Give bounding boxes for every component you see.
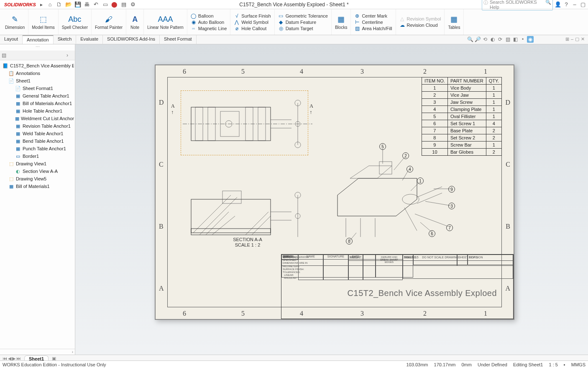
bom-row[interactable]: 2Vice Jaw1	[422, 92, 501, 99]
menu-arrow-icon[interactable]: ▸	[40, 2, 43, 8]
home-icon[interactable]: ⌂	[47, 1, 54, 8]
save-icon[interactable]: 💾	[74, 1, 81, 8]
area-hatch-button[interactable]: ▨Area Hatch/Fill	[354, 26, 392, 31]
viewport-icon[interactable]: ◉	[527, 36, 534, 43]
geotol-button[interactable]: ▭Geometric Tolerance	[278, 13, 328, 19]
bom-row[interactable]: 3Jaw Screw1	[422, 99, 501, 106]
bom-row[interactable]: 8Set Screw 22	[422, 134, 501, 142]
model-items-button[interactable]: ⬚ Model Items	[28, 9, 58, 35]
win-close-icon[interactable]: ✕	[581, 36, 585, 42]
hole-callout-button[interactable]: ⌀Hole Callout	[234, 26, 271, 31]
weld-symbol-button[interactable]: ⋀Weld Symbol	[234, 19, 271, 25]
balloon[interactable]: 9	[448, 186, 455, 193]
panel-scrollbar[interactable]: ›	[0, 349, 75, 355]
win-split-icon[interactable]: ⊞	[565, 36, 569, 42]
undo-icon[interactable]: ↶	[93, 1, 100, 8]
open-icon[interactable]: 📂	[65, 1, 72, 8]
tab-sketch[interactable]: Sketch	[54, 35, 77, 44]
tree-root[interactable]: 📘C15T2_Bench Vice Assembly Expl	[1, 62, 74, 69]
tree-node[interactable]: ▦Hole Table Anchor1	[1, 107, 74, 115]
bom-row[interactable]: 7Base Plate2	[422, 127, 501, 134]
section-icon[interactable]: ◐	[489, 36, 496, 43]
status-units[interactable]: MMGS	[571, 362, 585, 367]
revision-cloud-button[interactable]: ☁Revision Cloud	[399, 22, 441, 28]
tree-node[interactable]: 📄Sheet Format1	[1, 85, 74, 92]
tree-node[interactable]: ▦Punch Table Anchor1	[1, 145, 74, 152]
tables-button[interactable]: ▦ Tables	[445, 9, 464, 35]
bom-table[interactable]: ITEM NO.PART NUMBERQTY. 1Vice Body12Vice…	[422, 77, 502, 156]
bom-row[interactable]: 5Oval Fillister1	[422, 113, 501, 120]
bom-row[interactable]: 10Bar Globes2	[422, 149, 501, 156]
panel-expand-icon[interactable]: ›	[66, 52, 73, 59]
minimize-icon[interactable]: –	[571, 1, 578, 8]
balloon[interactable]: 7	[446, 224, 453, 231]
tree-node[interactable]: ▦Bill of Materials Anchor1	[1, 100, 74, 107]
bom-row[interactable]: 6Set Screw 14	[422, 120, 501, 127]
print-icon[interactable]: 🖶	[84, 1, 90, 8]
tree-node[interactable]: ▦Revision Table Anchor1	[1, 122, 74, 130]
drawing-view-5[interactable]: 5 2 4 1 3 9 7 6 8	[321, 141, 455, 245]
drawing-sheet[interactable]: 6 5 4 3 2 1 6 5 4 3 2 1 D C B A D C B A	[155, 64, 514, 320]
tree-node[interactable]: 📋Annotations	[1, 69, 74, 77]
list-icon[interactable]: ▤	[120, 1, 127, 8]
balloon[interactable]: 4	[406, 166, 413, 172]
display-icon[interactable]: ⟳	[497, 36, 504, 43]
user-icon[interactable]: 👤	[555, 1, 561, 8]
bom-row[interactable]: 4Clamping Plate1	[422, 106, 501, 113]
linear-note-pattern-button[interactable]: AAA Linear Note Pattern	[144, 9, 187, 35]
title-block[interactable]: UNLESS OTHERWISE SPECIFIED: DIMENSIONS A…	[281, 254, 514, 319]
tree-node[interactable]: ▭Border1	[1, 152, 74, 160]
gear-icon[interactable]: ⚙	[130, 1, 136, 8]
tree-node[interactable]: ▦General Table Anchor1	[1, 92, 74, 100]
feature-tree[interactable]: 📘C15T2_Bench Vice Assembly Expl 📋Annotat…	[0, 60, 75, 349]
prev-view-icon[interactable]: ⟲	[482, 36, 488, 43]
balloon-button[interactable]: ◯Balloon	[191, 13, 227, 19]
balloon[interactable]: 2	[402, 152, 409, 159]
center-mark-button[interactable]: ⊕Center Mark	[354, 13, 392, 19]
balloon[interactable]: 5	[379, 143, 386, 150]
blocks-button[interactable]: ▦ Blocks	[332, 9, 351, 35]
tree-node[interactable]: ⬚Drawing View1	[1, 160, 74, 167]
format-painter-button[interactable]: 🖌 Format Painter	[92, 9, 126, 35]
hide-icon[interactable]: ▧	[504, 36, 511, 43]
status-lock-icon[interactable]: ▪	[564, 362, 565, 367]
bom-row[interactable]: 9Screw Bar1	[422, 142, 501, 149]
apply-scene-icon[interactable]: ◧	[512, 36, 519, 43]
zoom-fit-icon[interactable]: 🔍	[467, 36, 473, 43]
datum-feature-button[interactable]: ◆Datum Feature	[278, 19, 328, 25]
spell-checker-button[interactable]: Abc Spell Checker	[59, 9, 92, 35]
select-icon[interactable]: ▭	[102, 1, 109, 8]
tab-addins[interactable]: SOLIDWORKS Add-Ins	[103, 35, 160, 44]
centerline-button[interactable]: ⊢Centerline	[354, 19, 392, 25]
balloon[interactable]: 1	[417, 178, 424, 184]
new-doc-icon[interactable]: 🗋	[56, 1, 63, 8]
auto-balloon-button[interactable]: ◉Auto Balloon	[191, 19, 227, 25]
datum-target-button[interactable]: ◎Datum Target	[278, 26, 328, 31]
balloon[interactable]: 6	[429, 230, 435, 237]
panel-collapse[interactable]: ⋯	[0, 44, 75, 51]
rev-symbol-button[interactable]: △Revision Symbol	[399, 16, 441, 22]
zoom-area-icon[interactable]: 🔎	[474, 36, 481, 43]
smart-dimension-button[interactable]: ✎ Dimension	[2, 9, 28, 35]
tree-node[interactable]: ▦Weld Table Anchor1	[1, 130, 74, 137]
balloon[interactable]: 8	[346, 238, 353, 244]
help-icon[interactable]: ?	[563, 1, 570, 8]
tab-annotation[interactable]: Annotation	[23, 35, 54, 44]
tree-node[interactable]: 📄Sheet1	[1, 77, 74, 85]
surface-finish-button[interactable]: √Surface Finish	[234, 13, 271, 19]
drawing-view-1[interactable]: A↑ A↑	[183, 95, 312, 153]
rebuild-icon[interactable]: ⬤	[111, 1, 118, 8]
tab-evaluate[interactable]: Evaluate	[76, 35, 103, 44]
win-min-icon[interactable]: –	[571, 36, 573, 42]
tree-node[interactable]: ▦Weldment Cut List Anchor	[1, 115, 74, 122]
note-button[interactable]: A Note	[126, 9, 144, 35]
section-view-aa[interactable]	[183, 187, 312, 245]
tree-node[interactable]: ◐Section View A-A	[1, 167, 74, 175]
balloon[interactable]: 3	[448, 203, 455, 209]
tree-node[interactable]: ▦Bill of Materials1	[1, 183, 74, 190]
tree-node[interactable]: ▦Bend Table Anchor1	[1, 137, 74, 145]
fm-tree-icon[interactable]: ▤	[2, 52, 8, 59]
tab-layout[interactable]: Layout	[0, 35, 23, 44]
win-max-icon[interactable]: ▢	[575, 36, 579, 42]
tree-node[interactable]: ⬚Drawing View5	[1, 175, 74, 183]
